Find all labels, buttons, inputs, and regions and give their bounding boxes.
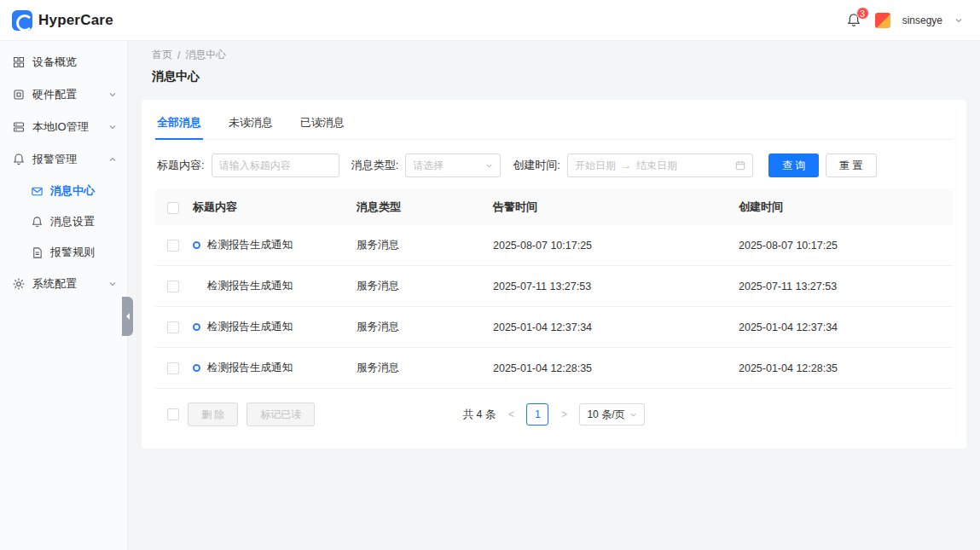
alarm-time: 2025-01-04 12:28:35 <box>486 348 732 389</box>
calendar-icon <box>735 160 745 171</box>
row-checkbox[interactable] <box>167 321 179 333</box>
message-title[interactable]: 检测报告生成通知 <box>207 361 293 375</box>
create-time: 2025-07-11 13:27:53 <box>732 266 953 307</box>
main-content: 首页 / 消息中心 消息中心 全部消息 未读消息 已读消息 标题内容: 消息类型 <box>128 41 980 550</box>
start-date-placeholder: 开始日期 <box>575 159 616 173</box>
message-card: 全部消息 未读消息 已读消息 标题内容: 消息类型: 请选择 创建时间: 开始日… <box>142 100 966 449</box>
notification-bell-icon[interactable]: 3 <box>844 11 863 30</box>
sidebar-item-system-config[interactable]: 系统配置 <box>0 268 127 300</box>
search-button[interactable]: 查 询 <box>768 153 819 177</box>
sidebar-collapse-handle[interactable] <box>122 297 133 336</box>
table-row: 检测报告生成通知 服务消息 2025-01-04 12:28:35 2025-0… <box>155 348 953 389</box>
table-row: 检测报告生成通知 服务消息 2025-08-07 10:17:25 2025-0… <box>155 225 953 266</box>
message-type: 服务消息 <box>350 307 486 348</box>
user-avatar[interactable] <box>875 13 890 28</box>
tab-all-messages[interactable]: 全部消息 <box>155 110 203 139</box>
create-time: 2025-08-07 10:17:25 <box>732 225 953 266</box>
total-count: 共 4 条 <box>463 408 496 422</box>
row-checkbox[interactable] <box>167 240 179 252</box>
breadcrumb: 首页 / 消息中心 <box>152 48 960 62</box>
sidebar-subitem-label: 消息设置 <box>50 214 95 229</box>
row-checkbox[interactable] <box>167 281 179 292</box>
breadcrumb-current: 消息中心 <box>185 48 226 62</box>
col-type: 消息类型 <box>350 189 486 225</box>
page-size-value: 10 条/页 <box>587 408 624 422</box>
sidebar-subitem-message-settings[interactable]: 消息设置 <box>0 206 127 237</box>
user-menu-chevron-down-icon[interactable] <box>954 16 963 25</box>
message-title[interactable]: 检测报告生成通知 <box>207 279 293 293</box>
col-alarm-time: 告警时间 <box>486 189 732 225</box>
message-type: 服务消息 <box>350 348 486 389</box>
sidebar-item-device-overview[interactable]: 设备概览 <box>0 46 127 78</box>
app-root: HyperCare 3 sinsegye 设备概览 硬件配置 <box>0 0 980 550</box>
type-filter-select[interactable]: 请选择 <box>405 153 501 177</box>
col-create-time: 创建时间 <box>732 189 953 225</box>
sidebar-item-label: 设备概览 <box>32 55 117 70</box>
bell-settings-icon <box>31 216 43 229</box>
message-title[interactable]: 检测报告生成通知 <box>207 238 293 252</box>
alarm-time: 2025-07-11 13:27:53 <box>486 266 732 307</box>
notification-badge: 3 <box>856 7 869 20</box>
sidebar-item-label: 硬件配置 <box>32 87 101 102</box>
chip-icon <box>12 88 26 101</box>
message-type: 服务消息 <box>350 225 486 266</box>
message-type: 服务消息 <box>350 266 486 307</box>
create-time: 2025-01-04 12:37:34 <box>732 307 953 348</box>
table-row: 检测报告生成通知 服务消息 2025-07-11 13:27:53 2025-0… <box>155 266 953 307</box>
sidebar-subitem-label: 报警规则 <box>50 245 95 260</box>
sidebar-item-hardware-config[interactable]: 硬件配置 <box>0 78 127 111</box>
message-center-icon <box>31 185 43 198</box>
time-filter-label: 创建时间: <box>513 158 560 173</box>
top-header: HyperCare 3 sinsegye <box>0 0 980 41</box>
chevron-down-icon <box>108 90 117 99</box>
sidebar: 设备概览 硬件配置 本地IO管理 报警管理 消息中心 <box>0 41 128 550</box>
message-tabs: 全部消息 未读消息 已读消息 <box>155 100 953 140</box>
tab-read-messages[interactable]: 已读消息 <box>299 110 346 139</box>
breadcrumb-home[interactable]: 首页 <box>152 48 172 62</box>
message-title[interactable]: 检测报告生成通知 <box>207 320 293 334</box>
page-number-1[interactable]: 1 <box>526 403 548 426</box>
sidebar-item-label: 报警管理 <box>32 152 101 167</box>
sidebar-subitem-message-center[interactable]: 消息中心 <box>0 176 127 206</box>
breadcrumb-separator: / <box>177 49 180 61</box>
tab-unread-messages[interactable]: 未读消息 <box>227 110 275 139</box>
page-title: 消息中心 <box>152 69 960 84</box>
page-head: 首页 / 消息中心 消息中心 <box>128 41 980 96</box>
chevron-down-icon <box>485 162 493 170</box>
filter-bar: 标题内容: 消息类型: 请选择 创建时间: 开始日期 → 结束日期 查 询 <box>155 140 953 189</box>
row-checkbox[interactable] <box>167 362 179 374</box>
type-filter-placeholder: 请选择 <box>413 159 485 173</box>
chevron-down-icon <box>108 280 117 288</box>
gear-icon <box>12 277 26 291</box>
sidebar-subitem-alarm-rules[interactable]: 报警规则 <box>0 237 127 268</box>
col-title: 标题内容 <box>186 189 350 225</box>
sidebar-item-alarm-management[interactable]: 报警管理 <box>0 143 127 176</box>
brand-logo-icon <box>12 10 32 31</box>
brand: HyperCare <box>12 10 113 31</box>
page-size-select[interactable]: 10 条/页 <box>579 403 645 426</box>
footer-select-all-checkbox[interactable] <box>167 408 179 420</box>
rules-icon <box>31 246 43 259</box>
sidebar-item-local-io[interactable]: 本地IO管理 <box>0 111 127 143</box>
reset-button[interactable]: 重 置 <box>826 153 876 177</box>
alarm-time: 2025-08-07 10:17:25 <box>486 225 732 266</box>
username: sinsegye <box>902 14 942 26</box>
chevron-down-icon <box>629 411 637 419</box>
unread-dot-icon <box>193 241 200 249</box>
io-icon <box>12 120 26 134</box>
mark-read-button[interactable]: 标记已读 <box>246 402 315 426</box>
chevron-down-icon <box>108 123 117 131</box>
delete-button[interactable]: 删 除 <box>188 402 238 426</box>
alarm-icon <box>12 153 26 166</box>
title-filter-input[interactable] <box>212 153 339 177</box>
unread-dot-icon <box>193 364 200 372</box>
table-footer: 删 除 标记已读 共 4 条 < 1 > 10 条/页 <box>155 389 953 442</box>
chevron-up-icon <box>108 155 117 164</box>
select-all-checkbox[interactable] <box>167 202 179 214</box>
next-page-icon[interactable]: > <box>557 408 571 420</box>
date-range-picker[interactable]: 开始日期 → 结束日期 <box>567 153 753 177</box>
unread-dot-icon <box>193 323 200 331</box>
table-header-row: 标题内容 消息类型 告警时间 创建时间 <box>155 189 953 225</box>
prev-page-icon[interactable]: < <box>504 408 518 420</box>
range-arrow: → <box>621 159 631 171</box>
